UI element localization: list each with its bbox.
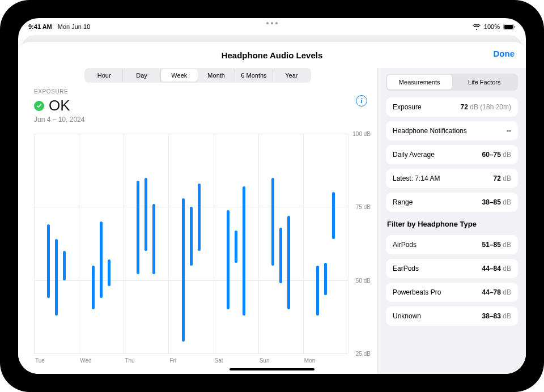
timeframe-seg-week[interactable]: Week [161, 69, 198, 82]
sheet-header: Headphone Audio Levels Done [18, 42, 526, 68]
done-button[interactable]: Done [494, 49, 515, 58]
status-ok-check-icon [34, 101, 44, 111]
chart-bar[interactable] [152, 204, 155, 274]
chart-bar[interactable] [271, 178, 274, 266]
multitask-dots-icon[interactable] [266, 22, 278, 24]
sidetab-life-factors[interactable]: Life Factors [452, 75, 517, 90]
chart-bar[interactable] [182, 198, 185, 342]
card-label: Daily Average [393, 151, 435, 159]
card-label: Latest: 7:14 AM [393, 174, 440, 182]
chart-bar[interactable] [227, 210, 230, 310]
sidebar: MeasurementsLife Factors Exposure72 dB (… [377, 68, 526, 374]
device-frame: 9:41 AM Mon Jun 10 100% Headphone Audio … [0, 0, 544, 392]
status-time: 9:41 AM [28, 23, 52, 30]
wifi-icon [473, 24, 481, 30]
list-item[interactable]: Unknown38–83 dB [386, 306, 518, 326]
card-label: EarPods [393, 265, 419, 272]
y-tick-label: 75 dB [354, 204, 371, 210]
timeframe-segmented[interactable]: HourDayWeekMonth6 MonthsYear [84, 68, 311, 83]
timeframe-seg-6months[interactable]: 6 Months [235, 69, 273, 82]
exposure-eyebrow: EXPOSURE [34, 88, 362, 95]
battery-percent: 100% [484, 23, 500, 30]
status-bar: 9:41 AM Mon Jun 10 100% [18, 18, 526, 33]
filter-heading: Filter by Headphone Type [387, 220, 517, 228]
chart-bar[interactable] [198, 184, 201, 251]
battery-icon [503, 24, 516, 30]
list-item: Range38–85 dB [386, 193, 518, 212]
chart-bar[interactable] [279, 228, 282, 283]
svg-rect-1 [504, 25, 513, 29]
chart-bar[interactable] [332, 192, 335, 239]
chart-bar[interactable] [63, 251, 66, 280]
exposure-summary: EXPOSURE OK Jun 4 – 10, 2024 [18, 86, 377, 123]
y-tick-label: 25 dB [354, 351, 371, 357]
x-tick-label: Sun [260, 357, 270, 364]
main-panel: HourDayWeekMonth6 MonthsYear EXPOSURE OK… [18, 68, 377, 374]
chart-bar[interactable] [144, 178, 147, 251]
detail-sheet: Headphone Audio Levels Done HourDayWeekM… [18, 42, 526, 374]
page-title: Headphone Audio Levels [222, 50, 323, 60]
svg-rect-2 [515, 25, 516, 28]
card-label: Unknown [393, 312, 421, 320]
card-value: -- [507, 127, 511, 135]
chart-bar[interactable] [190, 207, 193, 265]
chart-bar[interactable] [108, 259, 110, 286]
card-value: 72 dB [494, 174, 511, 182]
card-value: 44–78 dB [482, 288, 511, 296]
card-label: AirPods [393, 241, 416, 249]
chart-bar[interactable] [92, 266, 95, 310]
chart-bar[interactable] [137, 181, 139, 275]
timeframe-seg-hour[interactable]: Hour [86, 69, 123, 82]
x-tick-label: Mon [304, 357, 315, 364]
timeframe-seg-month[interactable]: Month [198, 69, 235, 82]
card-label: Powerbeats Pro [393, 288, 441, 296]
list-item: Daily Average60–75 dB [386, 145, 518, 164]
x-tick-label: Thu [125, 357, 134, 364]
chart[interactable]: 100 dB75 dB50 dB25 dBTueWedThuFriSatSunM… [34, 129, 372, 368]
x-tick-label: Fri [169, 357, 176, 364]
home-indicator[interactable] [230, 368, 314, 370]
screen: 9:41 AM Mon Jun 10 100% Headphone Audio … [18, 18, 526, 374]
list-item[interactable]: AirPods51–85 dB [386, 235, 518, 254]
info-icon[interactable]: i [356, 95, 367, 106]
date-range: Jun 4 – 10, 2024 [34, 116, 362, 123]
chart-bar[interactable] [324, 263, 327, 295]
chart-bar[interactable] [243, 186, 245, 316]
list-item: Exposure72 dB (18h 20m) [386, 97, 518, 117]
chart-bar[interactable] [100, 221, 103, 298]
chart-bar[interactable] [287, 216, 290, 310]
card-value: 38–85 dB [482, 198, 511, 206]
card-value: 44–84 dB [482, 265, 511, 272]
x-tick-label: Sat [215, 357, 223, 364]
list-item: Headphone Notifications-- [386, 121, 518, 140]
card-label: Range [393, 198, 413, 206]
list-item: Latest: 7:14 AM72 dB [386, 169, 518, 188]
card-value: 60–75 dB [482, 151, 511, 159]
timeframe-seg-year[interactable]: Year [273, 69, 310, 82]
x-tick-label: Tue [35, 357, 45, 364]
chart-bar[interactable] [55, 239, 58, 316]
chart-bar[interactable] [316, 266, 319, 316]
card-label: Headphone Notifications [393, 127, 467, 135]
sidetab-measurements[interactable]: Measurements [387, 75, 452, 90]
y-tick-label: 100 dB [350, 131, 371, 137]
chart-bar[interactable] [235, 231, 237, 263]
x-tick-label: Wed [80, 357, 91, 364]
status-date: Mon Jun 10 [58, 23, 90, 30]
chart-bar[interactable] [47, 224, 50, 297]
list-item[interactable]: EarPods44–84 dB [386, 259, 518, 278]
card-label: Exposure [393, 103, 422, 111]
exposure-status: OK [49, 97, 70, 114]
timeframe-seg-day[interactable]: Day [123, 69, 160, 82]
measurements-tabs[interactable]: MeasurementsLife Factors [386, 74, 518, 91]
card-value: 38–83 dB [482, 312, 511, 320]
list-item[interactable]: Powerbeats Pro44–78 dB [386, 283, 518, 302]
y-tick-label: 50 dB [354, 277, 371, 283]
card-value: 72 dB (18h 20m) [461, 103, 511, 111]
card-value: 51–85 dB [482, 241, 511, 249]
